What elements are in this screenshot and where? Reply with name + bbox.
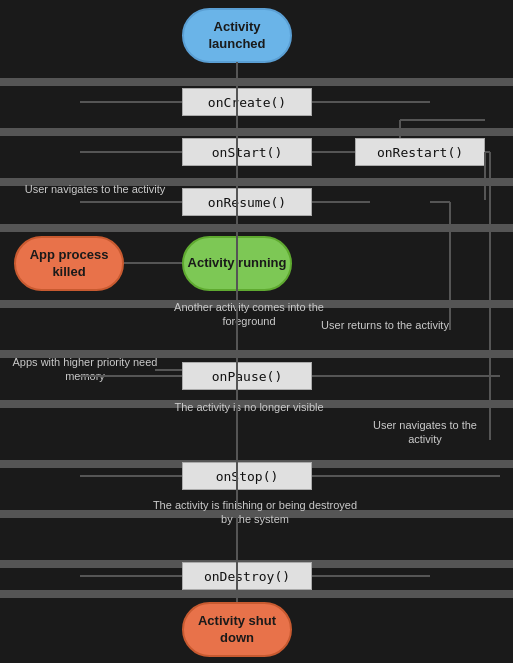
user-returns-label: User returns to the activity: [320, 318, 450, 332]
sep-bar-1: [0, 78, 513, 86]
no-longer-visible-label: The activity is no longer visible: [174, 400, 324, 414]
sep-bar-4: [0, 224, 513, 232]
user-navigates-to-label: User navigates to the activity: [20, 182, 170, 196]
sep-bar-2: [0, 128, 513, 136]
user-navigates-to2-label: User navigates to the activity: [360, 418, 490, 447]
onstart-box: onStart(): [182, 138, 312, 166]
oncreate-box: onCreate(): [182, 88, 312, 116]
onrestart-box: onRestart(): [355, 138, 485, 166]
activity-finishing-label: The activity is finishing or being destr…: [150, 498, 360, 527]
app-process-killed-label: App process killed: [16, 247, 122, 281]
activity-launched-oval: Activity launched: [182, 8, 292, 63]
onstop-box: onStop(): [182, 462, 312, 490]
sep-bar-11: [0, 590, 513, 598]
activity-running-oval: Activity running: [182, 236, 292, 291]
onresume-box: onResume(): [182, 188, 312, 216]
activity-lifecycle-diagram: Activity launched onCreate() onStart() o…: [0, 0, 513, 663]
app-process-killed-oval: App process killed: [14, 236, 124, 291]
activity-shut-down-oval: Activity shut down: [182, 602, 292, 657]
onpause-box: onPause(): [182, 362, 312, 390]
another-activity-label: Another activity comes into the foregrou…: [174, 300, 324, 329]
activity-shut-down-label: Activity shut down: [184, 613, 290, 647]
activity-launched-label: Activity launched: [184, 19, 290, 53]
activity-running-label: Activity running: [188, 255, 287, 272]
ondestroy-box: onDestroy(): [182, 562, 312, 590]
apps-priority-label: Apps with higher priority need memory: [10, 355, 160, 384]
